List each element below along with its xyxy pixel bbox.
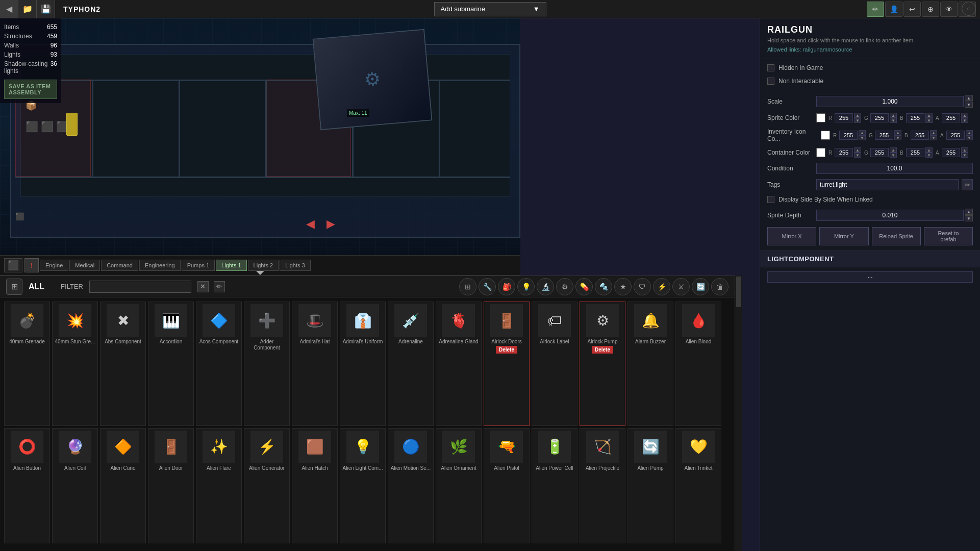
list-item[interactable]: 🏹Alien Projectile (580, 428, 625, 544)
condition-value[interactable]: 100.0 (816, 163, 973, 174)
list-item[interactable]: 🔋Alien Power Cell (532, 428, 577, 544)
hidden-in-game-checkbox[interactable] (767, 64, 774, 71)
sprite-r-value[interactable]: 255 (835, 113, 853, 122)
list-item[interactable]: 🟫Alien Hatch (292, 428, 338, 544)
sprite-b-down[interactable]: ▼ (925, 118, 933, 123)
grid-view-button[interactable]: ⊞ (6, 279, 22, 295)
sprite-depth-value[interactable]: 0.010 (816, 210, 964, 221)
link-tool[interactable]: ⊕ (922, 2, 939, 17)
tab-engine[interactable]: Engine (40, 260, 68, 271)
save-assembly-button[interactable]: SAVE AS ITEM ASSEMBLY (4, 80, 57, 99)
scale-down-button[interactable]: ▼ (965, 102, 973, 108)
delete-badge[interactable]: Delete (496, 346, 517, 354)
list-item[interactable]: 🎹Accordion (148, 302, 194, 426)
filter-edit-button[interactable]: ✏ (214, 281, 225, 292)
list-item[interactable]: 🔮Alien Coil (52, 428, 98, 544)
cont-g-down[interactable]: ▼ (890, 153, 897, 158)
cat-misc-button[interactable]: 🔄 (692, 278, 709, 295)
tags-edit-button[interactable]: ✏ (962, 179, 973, 190)
mirror-y-button[interactable]: Mirror Y (819, 227, 868, 245)
inv-g-value[interactable]: 255 (875, 131, 893, 140)
inv-b-down[interactable]: ▼ (930, 135, 937, 140)
sprite-b-up[interactable]: ▲ (925, 113, 933, 118)
tab-lights3[interactable]: Lights 3 (280, 260, 311, 271)
cont-r-value[interactable]: 255 (835, 148, 853, 157)
cat-delete-button[interactable]: 🗑 (711, 278, 728, 295)
item-browser-scrollbar[interactable] (735, 276, 742, 551)
tab-medical[interactable]: Medical (69, 260, 100, 271)
list-item[interactable]: ➕Adder Component (244, 302, 290, 426)
sprite-r-up[interactable]: ▲ (854, 113, 861, 118)
sprite-g-down[interactable]: ▼ (890, 118, 897, 123)
tab-command[interactable]: Command (101, 260, 138, 271)
inv-b-value[interactable]: 255 (911, 131, 929, 140)
list-item[interactable]: ✨Alien Flare (196, 428, 242, 544)
inv-a-value[interactable]: 255 (946, 131, 965, 140)
character-tool[interactable]: 👤 (885, 2, 902, 17)
folder-button[interactable]: 📁 (18, 0, 37, 18)
sprite-b-value[interactable]: 255 (906, 113, 924, 122)
cont-b-up[interactable]: ▲ (925, 147, 933, 153)
cat-inventory-button[interactable]: 🎒 (498, 278, 515, 295)
list-item[interactable]: ⚡Alien Generator (244, 428, 290, 544)
cont-b-down[interactable]: ▼ (925, 153, 933, 158)
list-item[interactable]: 👔Admiral's Uniform (340, 302, 386, 426)
sprite-g-value[interactable]: 255 (870, 113, 889, 122)
filter-clear-button[interactable]: ✕ (197, 281, 209, 292)
save-button[interactable]: 💾 (37, 0, 55, 18)
cat-weapon-button[interactable]: ⚔ (672, 278, 690, 295)
cont-g-up[interactable]: ▲ (890, 147, 897, 153)
corner-button[interactable]: ○ (962, 2, 976, 16)
inv-r-up[interactable]: ▲ (859, 130, 866, 135)
sprite-a-up[interactable]: ▲ (961, 113, 968, 118)
reload-sprite-button[interactable]: Reload Sprite (872, 227, 921, 245)
back-button[interactable]: ◀ (0, 0, 18, 18)
sprite-g-up[interactable]: ▲ (890, 113, 897, 118)
reset-to-prefab-button[interactable]: Reset to prefab (924, 227, 973, 245)
list-item[interactable]: ⚙Airlock PumpDelete (580, 302, 625, 426)
depth-down-button[interactable]: ▼ (965, 215, 973, 221)
list-item[interactable]: 🔷Acos Component (196, 302, 242, 426)
list-item[interactable]: 💥40mm Stun Gre... (52, 302, 98, 426)
cat-electrical-button[interactable]: 🔬 (537, 278, 554, 295)
cat-tools-button[interactable]: 🔧 (479, 278, 496, 295)
list-item[interactable]: 🔫Alien Pistol (484, 428, 530, 544)
list-item[interactable]: 🚪Airlock DoorsDelete (484, 302, 530, 426)
list-item[interactable]: 🏷Airlock Label (532, 302, 577, 426)
cat-mechanical-button[interactable]: ⚙ (556, 278, 573, 295)
view-tool[interactable]: 👁 (940, 2, 958, 17)
container-color-swatch[interactable] (816, 148, 825, 157)
cont-r-up[interactable]: ▲ (854, 147, 861, 153)
cat-all-button[interactable]: ⊞ (459, 278, 476, 295)
list-item[interactable]: 💡Alien Light Com... (340, 428, 386, 544)
mirror-x-button[interactable]: Mirror X (767, 227, 816, 245)
wire-tool[interactable]: ↩ (903, 2, 921, 17)
inv-a-down[interactable]: ▼ (966, 135, 973, 140)
sprite-a-down[interactable]: ▼ (961, 118, 968, 123)
tab-lights2[interactable]: Lights 2 (248, 260, 279, 271)
display-side-by-side-checkbox[interactable] (767, 196, 774, 203)
tab-engineering[interactable]: Engineering (139, 260, 181, 271)
cont-a-value[interactable]: 255 (942, 148, 960, 157)
filter-input[interactable] (89, 281, 191, 293)
cat-material-button[interactable]: 🔩 (595, 278, 612, 295)
tags-input[interactable] (816, 179, 959, 190)
list-item[interactable]: 💣40mm Grenade (4, 302, 50, 426)
list-item[interactable]: 🔔Alarm Buzzer (627, 302, 673, 426)
tab-lights1[interactable]: Lights 1 (216, 260, 247, 271)
cont-g-value[interactable]: 255 (870, 148, 889, 157)
depth-up-button[interactable]: ▲ (965, 209, 973, 215)
list-item[interactable]: ✖Abs Component (100, 302, 146, 426)
cat-armor-button[interactable]: 🛡 (634, 278, 651, 295)
inv-g-up[interactable]: ▲ (894, 130, 901, 135)
submarine-dropdown[interactable]: Add submarine ▼ (434, 2, 546, 16)
inv-g-down[interactable]: ▼ (894, 135, 901, 140)
cont-b-value[interactable]: 255 (906, 148, 924, 157)
inv-r-down[interactable]: ▼ (859, 135, 866, 140)
inv-r-value[interactable]: 255 (839, 131, 858, 140)
list-item[interactable]: 🔵Alien Motion Se... (388, 428, 434, 544)
non-interactable-checkbox[interactable] (767, 78, 774, 85)
list-item[interactable]: 💉Adrenaline (388, 302, 434, 426)
delete-badge[interactable]: Delete (592, 346, 613, 354)
list-item[interactable]: ⭕Alien Button (4, 428, 50, 544)
